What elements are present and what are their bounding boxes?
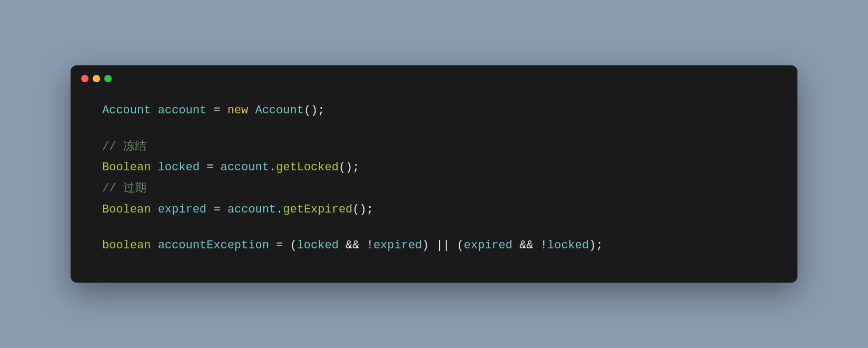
code-token: account <box>220 161 269 174</box>
code-token: && ! <box>339 239 373 252</box>
code-token: = <box>206 203 228 216</box>
code-token: ( <box>290 239 297 252</box>
code-token: (); <box>352 203 373 216</box>
code-token: // 过期 <box>102 182 146 195</box>
code-window: Account account = new Account();// 冻结Boo… <box>71 65 797 282</box>
code-line: // 冻结 <box>102 137 766 158</box>
code-token: account <box>158 104 206 117</box>
blank-line <box>102 121 766 137</box>
code-token: = <box>269 239 290 252</box>
code-token: // 冻结 <box>102 140 146 153</box>
code-token <box>151 161 157 174</box>
code-token: . <box>269 161 276 174</box>
code-token <box>151 203 157 216</box>
code-token: getExpired <box>283 203 352 216</box>
code-token: accountException <box>158 239 269 252</box>
code-token: = <box>206 104 228 117</box>
code-token <box>151 104 157 117</box>
code-token: expired <box>464 239 512 252</box>
minimize-button[interactable] <box>93 75 100 82</box>
blank-line <box>102 220 766 235</box>
code-token: ) || ( <box>422 239 463 252</box>
code-line: Account account = new Account(); <box>102 100 766 121</box>
code-token: locked <box>297 239 339 252</box>
code-token: getLocked <box>276 161 339 174</box>
code-token: new <box>228 104 249 117</box>
code-line: Boolean expired = account.getExpired(); <box>102 199 766 220</box>
code-token: (); <box>339 161 360 174</box>
maximize-button[interactable] <box>104 75 112 82</box>
code-token: = <box>200 161 221 174</box>
code-token: boolean <box>102 239 151 252</box>
code-token: Account <box>102 104 151 117</box>
code-token: && ! <box>512 239 547 252</box>
code-token: ); <box>589 239 603 252</box>
code-token: account <box>228 203 276 216</box>
code-line: // 过期 <box>102 178 766 199</box>
code-line: boolean accountException = (locked && !e… <box>102 235 766 256</box>
code-token: expired <box>158 203 206 216</box>
code-token: locked <box>158 161 200 174</box>
close-button[interactable] <box>81 75 88 82</box>
code-editor: Account account = new Account();// 冻结Boo… <box>71 90 797 282</box>
code-token: . <box>276 203 283 216</box>
code-token: locked <box>547 239 589 252</box>
code-token: (); <box>304 104 325 117</box>
code-token: Boolean <box>102 203 151 216</box>
code-token: Account <box>255 104 303 117</box>
code-token <box>248 104 255 117</box>
code-token: Boolean <box>102 161 151 174</box>
title-bar <box>71 65 797 90</box>
code-line: Boolean locked = account.getLocked(); <box>102 157 766 178</box>
code-token <box>151 239 157 252</box>
code-token: expired <box>373 239 422 252</box>
